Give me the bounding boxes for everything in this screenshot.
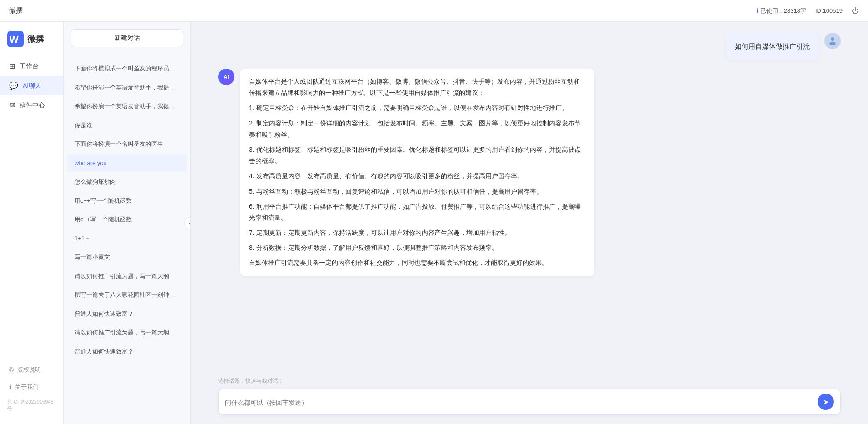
chat-input-area: 选择话题，快速与我对话： ➤ [191,372,868,424]
sidebar-list-item[interactable]: 用c++写一个随机函数 [67,210,187,229]
topbar: 微撰 ℹ 已使用：28318字 ID:100519 ⏻ [0,0,868,22]
logo-text: 微撰 [27,34,44,45]
ai-message-paragraph: 自媒体平台是个人或团队通过互联网平台（如博客、微博、微信公众号、抖音、快手等）发… [249,76,585,99]
user-avatar [824,33,841,49]
drafts-icon: ✉ [9,101,15,110]
main-layout: W 微撰 ⊞ 工作台 💬 AI聊天 ✉ 稿件中心 © 版权说明 ℹ 关于我们 京… [0,22,868,424]
sidebar-list-item[interactable]: 下面你将扮演一个名叫圣友的医生 [67,135,187,153]
workspace-label: 工作台 [20,62,39,70]
sidebar: 新建对话 下面你将模拟成一个叫圣友的程序员，我说...希望你扮演一个英语发音助手… [64,22,191,424]
left-nav: W 微撰 ⊞ 工作台 💬 AI聊天 ✉ 稿件中心 © 版权说明 ℹ 关于我们 京… [0,22,64,424]
logo-icon: W [7,31,24,47]
chat-messages: 如何用自媒体做推广引流AI自媒体平台是个人或团队通过互联网平台（如博客、微博、微… [191,22,868,372]
topbar-right: ℹ 已使用：28318字 ID:100519 ⏻ [756,7,859,15]
send-icon: ➤ [823,398,829,406]
copyright-item[interactable]: © 版权说明 [0,361,63,379]
input-box-wrap: ➤ [218,389,841,415]
sidebar-list-item[interactable]: 普通人如何快速致富？ [67,343,187,361]
topbar-id: ID:100519 [815,7,843,14]
ai-message-paragraph: 4. 发布高质量内容：发布高质量、有价值、有趣的内容可以吸引更多的粉丝，并提高用… [249,170,585,182]
ai-message-paragraph: 3. 优化标题和标签：标题和标签是吸引粉丝的重要因素。优化标题和标签可以让更多的… [249,144,585,167]
message-row: AI自媒体平台是个人或团队通过互联网平台（如博客、微博、微信公众号、抖音、快手等… [218,69,841,276]
icp-text: 京ICP备2022015948号 [0,396,63,415]
ai-chat-icon: 💬 [9,81,18,90]
sidebar-list-item[interactable]: who are you [67,154,187,172]
sidebar-list-item[interactable]: 请以如何推广引流为题，写一篇大纲 [67,267,187,285]
ai-message-paragraph: 1. 确定目标受众：在开始自媒体推广引流之前，需要明确目标受众是谁，以便在发布内… [249,102,585,114]
sidebar-item-ai-chat[interactable]: 💬 AI聊天 [0,76,63,95]
sidebar-list-item[interactable]: 下面你将模拟成一个叫圣友的程序员，我说... [67,60,187,78]
ai-chat-label: AI聊天 [23,82,41,90]
sidebar-header: 新建对话 [64,22,190,55]
copyright-icon: © [9,366,14,374]
ai-message-bubble: 自媒体平台是个人或团队通过互联网平台（如博客、微博、微信公众号、抖音、快手等）发… [240,69,594,276]
sidebar-list-item[interactable]: 写一篇小黄文 [67,248,187,266]
ai-avatar-label: AI [224,74,229,80]
user-message-bubble: 如何用自媒体做推广引流 [726,33,819,60]
about-icon: ℹ [9,384,11,391]
copyright-label: 版权说明 [17,366,41,374]
workspace-icon: ⊞ [9,62,15,70]
topbar-usage: ℹ 已使用：28318字 [756,7,806,15]
sidebar-item-workspace[interactable]: ⊞ 工作台 [0,56,63,76]
collapse-icon: ◀ [189,220,191,226]
topbar-title: 微撰 [9,6,756,15]
logo-area: W 微撰 [0,31,63,56]
message-row: 如何用自媒体做推广引流 [218,33,841,60]
chat-input[interactable] [225,399,813,410]
sidebar-list-item[interactable]: 希望你扮演一个英语发音助手，我提供给你... [67,97,187,115]
sidebar-list-item[interactable]: 用c++写一个随机函数 [67,192,187,210]
drafts-label: 稿件中心 [20,101,45,110]
svg-point-2 [831,37,834,41]
sidebar-list-item[interactable]: 希望你扮演一个英语发音助手，我提供给你... [67,79,187,97]
sidebar-list-item[interactable]: 你是谁 [67,116,187,135]
sidebar-list: 下面你将模拟成一个叫圣友的程序员，我说...希望你扮演一个英语发音助手，我提供给… [64,55,190,424]
ai-avatar: AI [218,69,234,85]
ai-message-paragraph: 6. 利用平台推广功能：自媒体平台都提供了推广功能，如广告投放、付费推广等，可以… [249,201,585,224]
sidebar-list-item[interactable]: 普通人如何快速致富？ [67,305,187,323]
ai-message-paragraph: 7. 定期更新：定期更新内容，保持活跃度，可以让用户对你的内容产生兴趣，增加用户… [249,227,585,239]
ai-message-paragraph: 5. 与粉丝互动：积极与粉丝互动，回复评论和私信，可以增加用户对你的认可和信任，… [249,186,585,197]
sidebar-list-item[interactable]: 请以如何推广引流为题，写一篇大纲 [67,324,187,342]
info-icon: ℹ [756,7,758,15]
ai-message-paragraph: 2. 制定内容计划：制定一份详细的内容计划，包括发布时间、频率、主题、文案、图片… [249,118,585,140]
send-button[interactable]: ➤ [818,394,834,410]
usage-text: 已使用：28318字 [760,7,806,15]
quick-topics-label: 选择话题，快速与我对话： [218,377,841,385]
sidebar-list-item[interactable]: 1+1＝ [67,229,187,248]
sidebar-item-drafts[interactable]: ✉ 稿件中心 [0,95,63,115]
ai-message-paragraph: 自媒体推广引流需要具备一定的内容创作和社交能力，同时也需要不断尝试和优化，才能取… [249,257,585,269]
power-icon[interactable]: ⏻ [852,7,859,15]
nav-bottom: © 版权说明 ℹ 关于我们 京ICP备2022015948号 [0,361,63,415]
chat-area: 如何用自媒体做推广引流AI自媒体平台是个人或团队通过互联网平台（如博客、微博、微… [191,22,868,424]
about-item[interactable]: ℹ 关于我们 [0,379,63,396]
sidebar-list-item[interactable]: 怎么做狗屎炒肉 [67,173,187,191]
ai-message-paragraph: 8. 分析数据：定期分析数据，了解用户反馈和喜好，以便调整推广策略和内容发布频率… [249,242,585,254]
sidebar-list-item[interactable]: 撰写一篇关于八大家花园社区一刻钟便民生... [67,286,187,304]
svg-point-3 [829,42,836,45]
new-chat-button[interactable]: 新建对话 [71,29,183,47]
about-label: 关于我们 [15,383,39,391]
svg-text:W: W [10,34,19,45]
